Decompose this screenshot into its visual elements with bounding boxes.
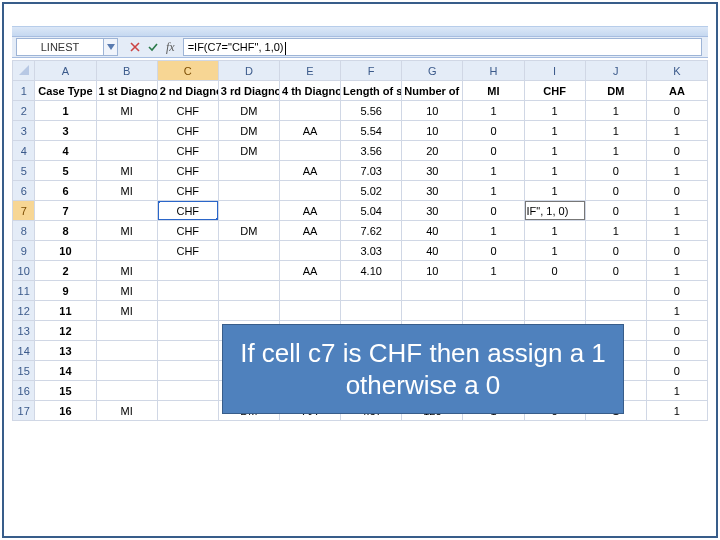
row-header[interactable]: 3 <box>13 121 35 141</box>
fx-icon[interactable]: fx <box>166 40 175 55</box>
cell[interactable] <box>157 361 218 381</box>
cell[interactable]: DM <box>218 101 279 121</box>
cell[interactable]: 9 <box>35 281 96 301</box>
cell[interactable]: 30 <box>402 201 463 221</box>
cell[interactable] <box>341 281 402 301</box>
row-header[interactable]: 5 <box>13 161 35 181</box>
cell[interactable]: 14 <box>35 361 96 381</box>
cell[interactable] <box>157 401 218 421</box>
cell[interactable]: 40 <box>402 241 463 261</box>
cell[interactable]: 1 <box>524 101 585 121</box>
cell[interactable]: 5.02 <box>341 181 402 201</box>
cell[interactable]: 2 <box>35 261 96 281</box>
cell[interactable]: 1 <box>35 101 96 121</box>
cell[interactable]: MI <box>96 261 157 281</box>
name-box[interactable]: LINEST <box>16 38 104 56</box>
cell[interactable]: MI <box>96 401 157 421</box>
cell[interactable]: MI <box>96 101 157 121</box>
cell[interactable] <box>96 201 157 221</box>
cell[interactable]: DM <box>585 81 646 101</box>
cell[interactable]: 10 <box>402 261 463 281</box>
cell[interactable]: MI <box>463 81 524 101</box>
cell[interactable]: MI <box>96 301 157 321</box>
cell[interactable] <box>218 301 279 321</box>
cell[interactable]: 0 <box>463 201 524 221</box>
col-header-D[interactable]: D <box>218 61 279 81</box>
cell[interactable] <box>218 281 279 301</box>
cell[interactable]: 8 <box>35 221 96 241</box>
cell[interactable]: 0 <box>646 361 707 381</box>
cell[interactable]: 16 <box>35 401 96 421</box>
cell[interactable]: AA <box>646 81 707 101</box>
cell[interactable] <box>218 181 279 201</box>
cell[interactable]: 0 <box>646 241 707 261</box>
cell[interactable]: AA <box>279 161 340 181</box>
cell[interactable]: 4 <box>35 141 96 161</box>
cell[interactable]: 0 <box>585 181 646 201</box>
cell[interactable]: 3.56 <box>341 141 402 161</box>
cell[interactable]: 1 <box>646 261 707 281</box>
cell[interactable] <box>96 381 157 401</box>
select-all-corner[interactable] <box>13 61 35 81</box>
cell[interactable]: 7.03 <box>341 161 402 181</box>
cell[interactable]: 0 <box>463 241 524 261</box>
cell[interactable]: 10 <box>402 101 463 121</box>
cell[interactable]: 1 <box>585 101 646 121</box>
cell[interactable]: MI <box>96 181 157 201</box>
cell[interactable] <box>96 321 157 341</box>
row-header[interactable]: 4 <box>13 141 35 161</box>
cell[interactable]: 1 <box>524 121 585 141</box>
cell[interactable] <box>341 301 402 321</box>
cell[interactable]: 1 <box>463 261 524 281</box>
cell[interactable]: 0 <box>585 241 646 261</box>
cell[interactable]: Number of Patients <box>402 81 463 101</box>
cell[interactable] <box>157 381 218 401</box>
cell[interactable]: AA <box>279 261 340 281</box>
cell[interactable]: 1 <box>646 121 707 141</box>
col-header-H[interactable]: H <box>463 61 524 81</box>
cell[interactable] <box>402 281 463 301</box>
cell[interactable]: 20 <box>402 141 463 161</box>
cell[interactable]: 2 nd Diagnosis <box>157 81 218 101</box>
cell[interactable] <box>96 241 157 261</box>
enter-edit-button[interactable] <box>144 38 162 56</box>
cell[interactable]: CHF <box>524 81 585 101</box>
col-header-B[interactable]: B <box>96 61 157 81</box>
col-header-K[interactable]: K <box>646 61 707 81</box>
col-header-F[interactable]: F <box>341 61 402 81</box>
cell[interactable] <box>157 261 218 281</box>
cell[interactable]: 12 <box>35 321 96 341</box>
cell[interactable]: 15 <box>35 381 96 401</box>
cell[interactable] <box>157 341 218 361</box>
cell[interactable] <box>218 161 279 181</box>
cell[interactable]: 1 <box>585 221 646 241</box>
cell[interactable] <box>279 141 340 161</box>
cell[interactable]: 0 <box>585 261 646 281</box>
cell[interactable]: 10 <box>402 121 463 141</box>
cell[interactable]: 4.10 <box>341 261 402 281</box>
cell[interactable]: 0 <box>646 341 707 361</box>
cell[interactable]: 5.56 <box>341 101 402 121</box>
cell[interactable] <box>96 361 157 381</box>
worksheet-grid[interactable]: A B C D E F G H I J K 1 Case Type <box>12 60 708 506</box>
cell[interactable]: 0 <box>646 181 707 201</box>
cell[interactable]: Case Type <box>35 81 96 101</box>
cell[interactable] <box>524 301 585 321</box>
row-header[interactable]: 14 <box>13 341 35 361</box>
cell[interactable]: 1 <box>463 221 524 241</box>
cell[interactable]: 0 <box>585 201 646 221</box>
cell[interactable]: 0 <box>646 321 707 341</box>
cell[interactable] <box>157 321 218 341</box>
row-header[interactable]: 13 <box>13 321 35 341</box>
cancel-edit-button[interactable] <box>126 38 144 56</box>
cell[interactable] <box>463 281 524 301</box>
cell[interactable]: 0 <box>585 161 646 181</box>
cell[interactable]: AA <box>279 121 340 141</box>
cell[interactable] <box>218 261 279 281</box>
cell[interactable]: 1 <box>524 141 585 161</box>
cell[interactable]: CHF <box>157 181 218 201</box>
cell[interactable]: 1 <box>646 381 707 401</box>
cell[interactable]: 0 <box>463 141 524 161</box>
cell[interactable]: 1 <box>524 181 585 201</box>
cell[interactable]: IF", 1, 0) <box>524 201 585 221</box>
